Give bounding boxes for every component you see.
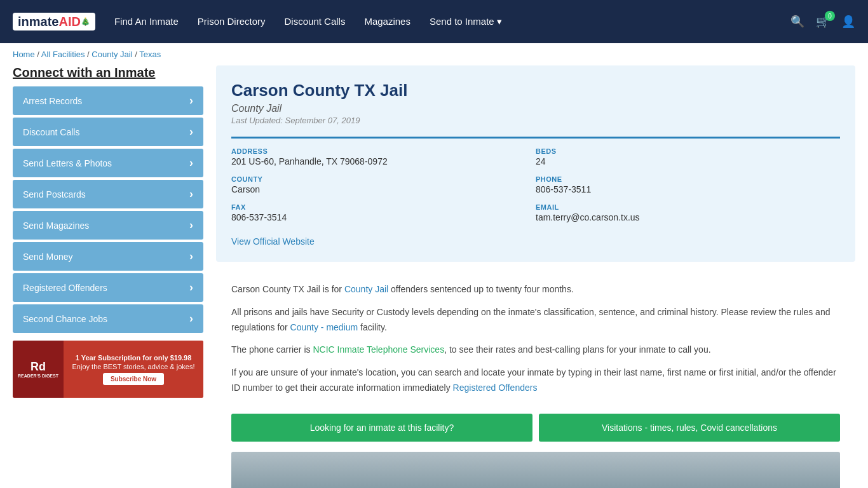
county-value: Carson bbox=[231, 184, 536, 194]
detail-fax: FAX 806-537-3514 bbox=[231, 203, 536, 222]
main-content: Carson County TX Jail County Jail Last U… bbox=[216, 65, 855, 488]
facility-image bbox=[231, 452, 840, 488]
facility-type: County Jail bbox=[231, 103, 840, 114]
sidebar-item-send-postcards[interactable]: Send Postcards › bbox=[13, 180, 203, 208]
chevron-right-icon: › bbox=[189, 219, 193, 232]
detail-phone: PHONE 806-537-3511 bbox=[536, 175, 840, 194]
phone-value: 806-537-3511 bbox=[536, 184, 840, 194]
email-value: tam.terry@co.carson.tx.us bbox=[536, 212, 840, 222]
user-icon[interactable]: 👤 bbox=[841, 15, 855, 29]
sidebar-ad: Rd READER'S DIGEST 1 Year Subscription f… bbox=[13, 341, 203, 398]
facility-card: Carson County TX Jail County Jail Last U… bbox=[216, 65, 855, 262]
sidebar-item-send-money[interactable]: Send Money › bbox=[13, 242, 203, 271]
chevron-right-icon: › bbox=[189, 125, 193, 139]
breadcrumb-county-jail[interactable]: County Jail bbox=[92, 50, 132, 59]
ad-logo: Rd READER'S DIGEST bbox=[13, 341, 64, 398]
action-buttons: Looking for an inmate at this facility? … bbox=[216, 414, 855, 452]
address-label: ADDRESS bbox=[231, 147, 536, 155]
county-label: COUNTY bbox=[231, 175, 536, 183]
chevron-right-icon: › bbox=[189, 250, 193, 263]
breadcrumb: Home / All Facilities / County Jail / Te… bbox=[0, 43, 868, 65]
logo[interactable]: inmateAID 🎄 bbox=[13, 13, 95, 30]
nav-links: Find An Inmate Prison Directory Discount… bbox=[114, 16, 790, 27]
sidebar-item-arrest-records[interactable]: Arrest Records › bbox=[13, 86, 203, 115]
beds-label: BEDS bbox=[536, 147, 840, 155]
search-icon[interactable]: 🔍 bbox=[790, 15, 804, 29]
desc-para1: Carson County TX Jail is for County Jail… bbox=[231, 282, 840, 297]
detail-county: COUNTY Carson bbox=[231, 175, 536, 194]
breadcrumb-state[interactable]: Texas bbox=[139, 50, 161, 59]
detail-official-link: View Official Website bbox=[231, 236, 840, 247]
desc-para1-after: offenders sentenced up to twenty four mo… bbox=[388, 284, 574, 294]
sidebar-label-arrest-records: Arrest Records bbox=[23, 96, 82, 106]
main-layout: Connect with an Inmate Arrest Records › … bbox=[0, 65, 868, 488]
desc-para3: The phone carrier is NCIC Inmate Telepho… bbox=[231, 342, 840, 358]
nav-prison-directory[interactable]: Prison Directory bbox=[198, 16, 266, 27]
registered-offenders-link[interactable]: Registered Offenders bbox=[453, 383, 538, 393]
facility-details: ADDRESS 201 US-60, Panhandle, TX 79068-0… bbox=[231, 137, 840, 247]
navbar: inmateAID 🎄 Find An Inmate Prison Direct… bbox=[0, 0, 868, 43]
ad-subtitle: Enjoy the BEST stories, advice & jokes! bbox=[72, 363, 195, 370]
desc-para1-before: Carson County TX Jail is for bbox=[231, 284, 344, 294]
chevron-right-icon: › bbox=[189, 312, 193, 325]
fax-value: 806-537-3514 bbox=[231, 212, 536, 222]
detail-beds: BEDS 24 bbox=[536, 147, 840, 166]
find-inmate-button[interactable]: Looking for an inmate at this facility? bbox=[231, 414, 532, 442]
county-medium-link[interactable]: County - medium bbox=[290, 322, 358, 332]
logo-text: inmateAID bbox=[18, 15, 81, 28]
sidebar-item-second-chance-jobs[interactable]: Second Chance Jobs › bbox=[13, 304, 203, 333]
nav-send-to-inmate[interactable]: Send to Inmate ▾ bbox=[430, 16, 502, 27]
breadcrumb-all-facilities[interactable]: All Facilities bbox=[41, 50, 85, 59]
official-website-link[interactable]: View Official Website bbox=[231, 236, 315, 247]
chevron-right-icon: › bbox=[189, 281, 193, 294]
description-section: Carson County TX Jail is for County Jail… bbox=[216, 272, 855, 414]
sidebar-item-send-letters[interactable]: Send Letters & Photos › bbox=[13, 149, 203, 177]
chevron-right-icon: › bbox=[189, 187, 193, 201]
sidebar-label-send-letters: Send Letters & Photos bbox=[23, 158, 112, 168]
desc-para2: All prisons and jails have Security or C… bbox=[231, 305, 840, 336]
cart-icon[interactable]: 🛒 0 bbox=[816, 15, 830, 29]
cart-badge: 0 bbox=[825, 11, 835, 21]
navbar-actions: 🔍 🛒 0 👤 bbox=[790, 15, 855, 29]
phone-label: PHONE bbox=[536, 175, 840, 183]
sidebar-item-registered-offenders[interactable]: Registered Offenders › bbox=[13, 273, 203, 302]
sidebar-title: Connect with an Inmate bbox=[13, 65, 203, 80]
sidebar-item-discount-calls[interactable]: Discount Calls › bbox=[13, 118, 203, 146]
sidebar-label-send-magazines: Send Magazines bbox=[23, 220, 89, 231]
county-jail-link[interactable]: County Jail bbox=[344, 284, 388, 294]
desc-para4: If you are unsure of your inmate's locat… bbox=[231, 365, 840, 396]
detail-email: EMAIL tam.terry@co.carson.tx.us bbox=[536, 203, 840, 222]
chevron-right-icon: › bbox=[189, 156, 193, 170]
chevron-right-icon: › bbox=[189, 94, 193, 107]
sidebar-label-send-postcards: Send Postcards bbox=[23, 189, 86, 200]
breadcrumb-home[interactable]: Home bbox=[13, 50, 35, 59]
desc-para3-after: , to see their rates and best-calling pl… bbox=[444, 344, 710, 355]
email-label: EMAIL bbox=[536, 203, 840, 211]
desc-para3-before: The phone carrier is bbox=[231, 344, 313, 355]
beds-value: 24 bbox=[536, 156, 840, 166]
nav-magazines[interactable]: Magazines bbox=[364, 16, 410, 27]
visitations-button[interactable]: Visitations - times, rules, Covid cancel… bbox=[539, 414, 840, 442]
sidebar-item-send-magazines[interactable]: Send Magazines › bbox=[13, 211, 203, 240]
ad-title: 1 Year Subscription for only $19.98 bbox=[76, 354, 192, 362]
sidebar-label-send-money: Send Money bbox=[23, 252, 73, 262]
logo-hat-icon: 🎄 bbox=[81, 17, 90, 26]
nav-discount-calls[interactable]: Discount Calls bbox=[285, 16, 346, 27]
sidebar: Connect with an Inmate Arrest Records › … bbox=[13, 65, 203, 488]
sidebar-label-registered-offenders: Registered Offenders bbox=[23, 283, 107, 293]
sidebar-label-second-chance-jobs: Second Chance Jobs bbox=[23, 314, 107, 324]
nav-find-inmate[interactable]: Find An Inmate bbox=[114, 16, 179, 27]
desc-para2-after: facility. bbox=[358, 322, 387, 332]
sidebar-label-discount-calls: Discount Calls bbox=[23, 127, 79, 137]
facility-name: Carson County TX Jail bbox=[231, 81, 840, 100]
fax-label: FAX bbox=[231, 203, 536, 211]
ad-subscribe-button[interactable]: Subscribe Now bbox=[103, 373, 164, 385]
facility-last-updated: Last Updated: September 07, 2019 bbox=[231, 116, 840, 125]
detail-address: ADDRESS 201 US-60, Panhandle, TX 79068-0… bbox=[231, 147, 536, 166]
ncic-link[interactable]: NCIC Inmate Telephone Services bbox=[313, 344, 444, 355]
address-value: 201 US-60, Panhandle, TX 79068-0972 bbox=[231, 156, 536, 166]
ad-content: 1 Year Subscription for only $19.98 Enjo… bbox=[64, 341, 203, 398]
